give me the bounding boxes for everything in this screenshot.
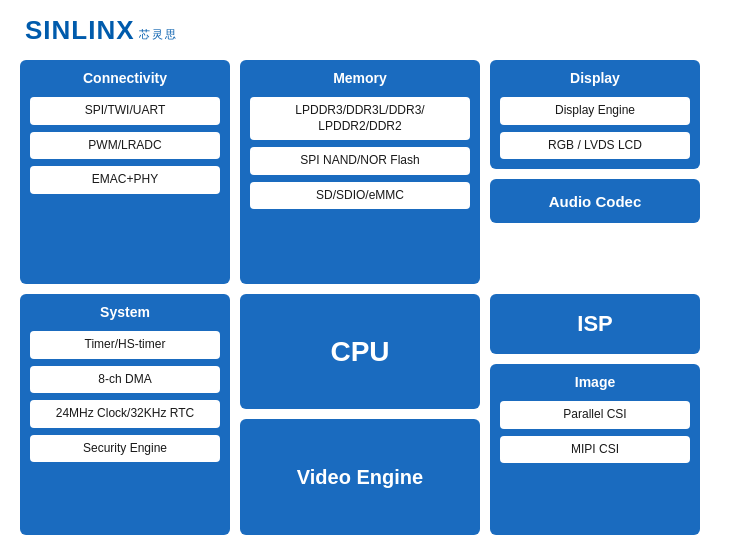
memory-item-0: LPDDR3/DDR3L/DDR3/LPDDR2/DDR2 [250,97,470,140]
image-title: Image [500,374,690,390]
cpu-label: CPU [330,336,389,368]
video-panel: Video Engine [240,419,480,535]
system-title: System [30,304,220,320]
connectivity-item-0: SPI/TWI/UART [30,97,220,125]
system-item-2: 24MHz Clock/32KHz RTC [30,400,220,428]
right-col-top: Display Display Engine RGB / LVDS LCD Au… [490,60,700,284]
right-col-bottom: ISP Image Parallel CSI MIPI CSI [490,294,700,535]
display-panel: Display Display Engine RGB / LVDS LCD [490,60,700,169]
image-panel: Image Parallel CSI MIPI CSI [490,364,700,535]
logo-sub: 芯灵思 [139,27,178,42]
connectivity-panel: Connectivity SPI/TWI/UART PWM/LRADC EMAC… [20,60,230,284]
image-item-1: MIPI CSI [500,436,690,464]
image-item-0: Parallel CSI [500,401,690,429]
system-item-3: Security Engine [30,435,220,463]
header: SINLINX 芯灵思 [20,15,730,46]
center-col-bottom: CPU Video Engine [240,294,480,535]
connectivity-item-2: EMAC+PHY [30,166,220,194]
memory-panel: Memory LPDDR3/DDR3L/DDR3/LPDDR2/DDR2 SPI… [240,60,480,284]
video-label: Video Engine [297,466,423,489]
memory-title: Memory [250,70,470,86]
isp-panel: ISP [490,294,700,354]
cpu-panel: CPU [240,294,480,410]
audio-title: Audio Codec [549,193,642,210]
display-item-0: Display Engine [500,97,690,125]
memory-item-1: SPI NAND/NOR Flash [250,147,470,175]
isp-label: ISP [577,311,612,337]
connectivity-title: Connectivity [30,70,220,86]
main-grid: Connectivity SPI/TWI/UART PWM/LRADC EMAC… [20,60,730,535]
memory-item-2: SD/SDIO/eMMC [250,182,470,210]
audio-panel: Audio Codec [490,179,700,223]
system-item-1: 8-ch DMA [30,366,220,394]
system-item-0: Timer/HS-timer [30,331,220,359]
display-item-1: RGB / LVDS LCD [500,132,690,160]
system-panel: System Timer/HS-timer 8-ch DMA 24MHz Clo… [20,294,230,535]
logo-main: SINLINX [25,15,135,46]
display-title: Display [500,70,690,86]
connectivity-item-1: PWM/LRADC [30,132,220,160]
